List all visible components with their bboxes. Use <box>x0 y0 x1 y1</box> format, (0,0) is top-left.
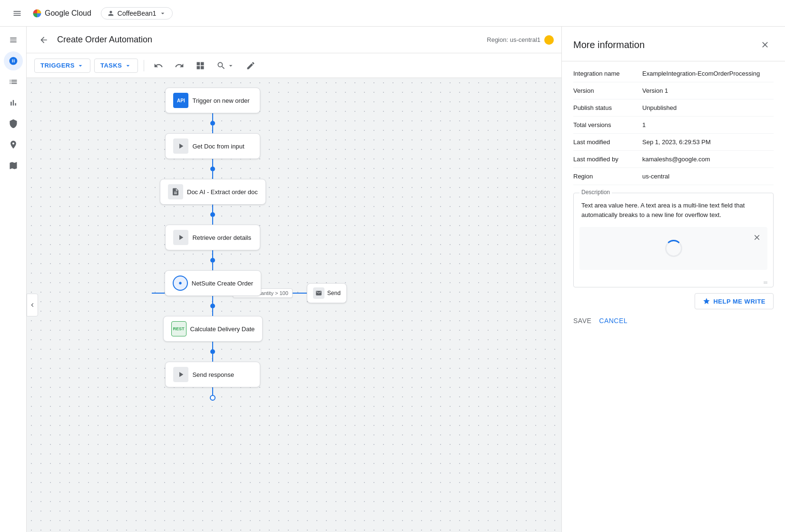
canvas-area[interactable]: API Trigger on new order Get Doc from in… <box>27 78 561 532</box>
info-value-modified-by: kamaleshs@google.com <box>642 156 710 163</box>
flow-node-get-doc[interactable]: Get Doc from input <box>165 133 260 159</box>
flow-node-send[interactable]: Send <box>307 283 347 303</box>
collapse-sidebar-button[interactable] <box>27 294 38 316</box>
info-row-version: Version Version 1 <box>573 82 774 99</box>
info-row-region: Region us-central <box>573 168 774 185</box>
nav-explore-icon[interactable] <box>4 135 23 154</box>
info-label-modified-by: Last modified by <box>573 156 642 163</box>
nav-shield-icon[interactable] <box>4 114 23 133</box>
info-row-modified-by: Last modified by kamaleshs@google.com <box>573 151 774 168</box>
save-button[interactable]: SAVE <box>573 317 591 325</box>
info-label-version: Version <box>573 87 642 94</box>
tasks-button[interactable]: TASKS <box>94 59 138 73</box>
info-value-total-versions: 1 <box>642 121 646 128</box>
nav-integration-icon[interactable] <box>4 30 23 49</box>
info-value-region: us-central <box>642 173 669 180</box>
svg-point-0 <box>179 282 181 284</box>
info-label-region: Region <box>573 173 642 180</box>
flow-node-calculate[interactable]: REST Calculate Delivery Date <box>163 316 263 342</box>
info-label-publish: Publish status <box>573 104 642 111</box>
flow-node-trigger[interactable]: API Trigger on new order <box>165 88 260 113</box>
google-cloud-logo: Google Cloud <box>32 9 91 18</box>
help-me-write-button[interactable]: HELP ME WRITE <box>695 293 774 309</box>
triggers-button[interactable]: TRIGGERS <box>34 59 90 73</box>
node5-label: NetSuite Create Order <box>192 280 253 287</box>
editor-title: Create Order Automation <box>57 35 483 45</box>
info-label-integration: Integration name <box>573 70 642 77</box>
panel-body: Integration name ExampleIntegration-Ecom… <box>562 61 785 532</box>
info-row-publish: Publish status Unpublished <box>573 99 774 117</box>
panel-close-button[interactable] <box>756 36 774 53</box>
close-loading-button[interactable] <box>750 231 764 244</box>
info-value-integration: ExampleIntegration-EcomOrderProcessing <box>642 70 760 77</box>
description-loading-area <box>579 227 767 270</box>
panel-actions: SAVE CANCEL <box>573 309 774 328</box>
flow-node-retrieve[interactable]: Retrieve order details <box>165 225 260 250</box>
description-fieldset: Description Text area value here. A text… <box>573 193 774 287</box>
undo-button[interactable] <box>150 57 167 74</box>
node4-label: Retrieve order details <box>192 234 251 241</box>
redo-button[interactable] <box>171 57 188 74</box>
flow-node-send-response[interactable]: Send response <box>165 362 260 387</box>
resize-handle[interactable] <box>574 276 773 287</box>
nav-chart-icon[interactable] <box>4 93 23 112</box>
info-row-last-modified: Last modified Sep 1, 2023, 6:29:53 PM <box>573 134 774 151</box>
editor-header: Create Order Automation Region: us-centr… <box>27 27 561 53</box>
info-value-publish: Unpublished <box>642 104 677 111</box>
loading-spinner <box>665 240 682 257</box>
status-indicator <box>544 35 554 45</box>
description-text[interactable]: Text area value here. A text area is a m… <box>574 193 773 227</box>
layout-button[interactable] <box>192 57 209 74</box>
info-value-version: Version 1 <box>642 87 668 94</box>
info-value-last-modified: Sep 1, 2023, 6:29:53 PM <box>642 138 711 146</box>
node6-label: Calculate Delivery Date <box>190 325 255 333</box>
right-panel: More information Integration name Exampl… <box>561 27 785 532</box>
nav-build-icon[interactable] <box>4 156 23 175</box>
zoom-button[interactable] <box>213 57 238 74</box>
left-sidebar <box>0 27 27 532</box>
info-label-last-modified: Last modified <box>573 138 642 146</box>
node3-label: Doc AI - Extract order doc <box>187 188 258 196</box>
nav-feed-icon[interactable] <box>4 51 23 70</box>
app-title: Google Cloud <box>45 9 91 18</box>
cancel-button[interactable]: CANCEL <box>599 317 628 325</box>
panel-header: More information <box>562 27 785 61</box>
nav-list-icon[interactable] <box>4 72 23 91</box>
flow-node-docai[interactable]: Doc AI - Extract order doc <box>160 179 266 205</box>
node2-label: Get Doc from input <box>192 143 244 150</box>
back-button[interactable] <box>34 30 53 49</box>
info-label-total-versions: Total versions <box>573 121 642 128</box>
account-name: CoffeeBean1 <box>118 10 156 17</box>
flow-node-netsuite[interactable]: NetSuite Create Order <box>165 270 261 296</box>
panel-title: More information <box>573 39 645 50</box>
hamburger-menu-button[interactable] <box>8 4 27 23</box>
account-chip[interactable]: CoffeeBean1 <box>101 7 173 20</box>
help-me-write-label: HELP ME WRITE <box>713 298 765 305</box>
node7-label: Send response <box>192 371 234 378</box>
info-row-integration: Integration name ExampleIntegration-Ecom… <box>573 65 774 82</box>
node1-label: Trigger on new order <box>192 97 249 104</box>
pencil-button[interactable] <box>242 57 259 74</box>
canvas-toolbar: TRIGGERS TASKS <box>27 53 561 78</box>
info-row-total-versions: Total versions 1 <box>573 117 774 134</box>
region-label: Region: us-central1 <box>487 36 540 43</box>
description-legend: Description <box>579 189 612 196</box>
